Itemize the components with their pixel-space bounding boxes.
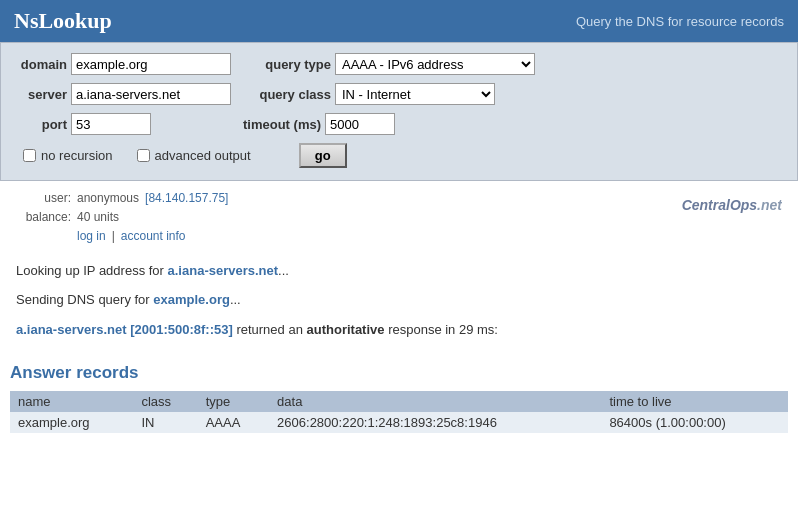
output-area: Looking up IP address for a.iana-servers… <box>0 251 798 360</box>
answer-table: name class type data time to live exampl… <box>10 391 788 433</box>
user-ip-link[interactable]: [84.140.157.75] <box>145 189 228 208</box>
answer-table-body: example.orgINAAAA2606:2800:220:1:248:189… <box>10 412 788 433</box>
app-subtitle: Query the DNS for resource records <box>576 14 784 29</box>
col-type: type <box>198 391 269 412</box>
user-row: user: anonymous [84.140.157.75] <box>16 189 682 208</box>
output-line3-suffix: response in 29 ms: <box>385 322 498 337</box>
no-recursion-checkbox[interactable] <box>23 149 36 162</box>
form-row-2: server query class IN - Internet <box>17 83 781 105</box>
server-label: server <box>17 87 67 102</box>
domain-label: domain <box>17 57 67 72</box>
query-class-label: query class <box>251 87 331 102</box>
output-line3-bold: authoritative <box>307 322 385 337</box>
advanced-output-checkbox-label[interactable]: advanced output <box>137 148 251 163</box>
output-line1-link[interactable]: a.iana-servers.net <box>168 263 279 278</box>
output-line2-link[interactable]: example.org <box>153 292 230 307</box>
form-row-1: domain query type AAAA - IPv6 address <box>17 53 781 75</box>
output-line2-suffix: ... <box>230 292 241 307</box>
timeout-input[interactable] <box>325 113 395 135</box>
form-row-3: port timeout (ms) <box>17 113 781 135</box>
output-line1-suffix: ... <box>278 263 289 278</box>
advanced-output-checkbox[interactable] <box>137 149 150 162</box>
output-line3-mid: returned an <box>233 322 307 337</box>
balance-row: balance: 40 units <box>16 208 682 227</box>
timeout-label: timeout (ms) <box>231 117 321 132</box>
col-data: data <box>269 391 601 412</box>
output-line-2: Sending DNS query for example.org... <box>16 290 782 310</box>
user-value: anonymous <box>77 189 139 208</box>
form-area: domain query type AAAA - IPv6 address se… <box>0 42 798 181</box>
page-header: NsLookup Query the DNS for resource reco… <box>0 0 798 42</box>
output-line2-prefix: Sending DNS query for <box>16 292 153 307</box>
answer-table-head: name class type data time to live <box>10 391 788 412</box>
account-info-link[interactable]: account info <box>121 227 186 246</box>
form-row-checkboxes: no recursion advanced output go <box>17 143 781 168</box>
table-row: example.orgINAAAA2606:2800:220:1:248:189… <box>10 412 788 433</box>
query-type-select[interactable]: AAAA - IPv6 address <box>335 53 535 75</box>
output-line1-prefix: Looking up IP address for <box>16 263 168 278</box>
balance-label: balance: <box>16 208 71 227</box>
answer-title: Answer records <box>10 359 788 383</box>
col-class: class <box>133 391 197 412</box>
no-recursion-checkbox-label[interactable]: no recursion <box>23 148 113 163</box>
no-recursion-label: no recursion <box>41 148 113 163</box>
port-input[interactable] <box>71 113 151 135</box>
balance-value: 40 units <box>77 208 119 227</box>
app-title: NsLookup <box>14 8 112 34</box>
server-input[interactable] <box>71 83 231 105</box>
auth-links-row: log in | account info <box>16 227 782 246</box>
query-type-label: query type <box>251 57 331 72</box>
user-info-section: CentralOps.net user: anonymous [84.140.1… <box>0 181 798 251</box>
user-label: user: <box>16 189 71 208</box>
centralops-logo: CentralOps.net <box>682 193 782 217</box>
col-ttl: time to live <box>601 391 788 412</box>
port-label: port <box>17 117 67 132</box>
go-button[interactable]: go <box>299 143 347 168</box>
domain-input[interactable] <box>71 53 231 75</box>
output-line-1: Looking up IP address for a.iana-servers… <box>16 261 782 281</box>
output-line3-link1[interactable]: a.iana-servers.net [2001:500:8f::53] <box>16 322 233 337</box>
advanced-output-label: advanced output <box>155 148 251 163</box>
col-name: name <box>10 391 133 412</box>
output-line-3: a.iana-servers.net [2001:500:8f::53] ret… <box>16 320 782 340</box>
login-link[interactable]: log in <box>77 227 106 246</box>
answer-table-header-row: name class type data time to live <box>10 391 788 412</box>
query-class-select[interactable]: IN - Internet <box>335 83 495 105</box>
answer-section: Answer records name class type data time… <box>0 359 798 433</box>
